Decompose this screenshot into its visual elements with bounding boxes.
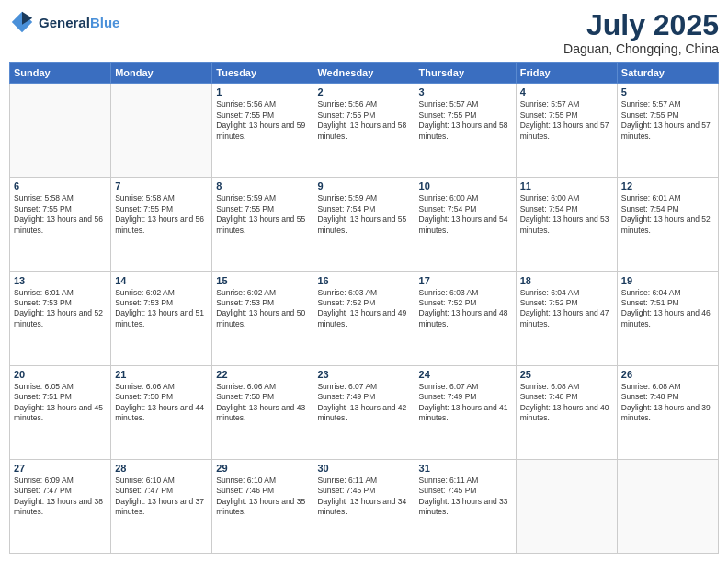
calendar-cell: 29Sunrise: 6:10 AMSunset: 7:46 PMDayligh… (212, 459, 313, 553)
day-number: 10 (419, 180, 512, 191)
cell-content: Sunrise: 6:04 AMSunset: 7:51 PMDaylight:… (621, 288, 714, 330)
day-number: 7 (115, 180, 208, 191)
calendar-cell (516, 459, 617, 553)
day-number: 14 (115, 275, 208, 286)
cell-content: Sunrise: 6:06 AMSunset: 7:50 PMDaylight:… (216, 382, 309, 424)
week-row-4: 20Sunrise: 6:05 AMSunset: 7:51 PMDayligh… (10, 365, 719, 459)
day-number: 31 (419, 463, 512, 474)
day-number: 27 (14, 463, 107, 474)
day-number: 4 (520, 86, 613, 98)
calendar-cell: 21Sunrise: 6:06 AMSunset: 7:50 PMDayligh… (111, 365, 212, 459)
calendar-cell: 20Sunrise: 6:05 AMSunset: 7:51 PMDayligh… (10, 365, 111, 459)
calendar-cell: 16Sunrise: 6:03 AMSunset: 7:52 PMDayligh… (313, 271, 415, 365)
cell-content: Sunrise: 6:00 AMSunset: 7:54 PMDaylight:… (419, 193, 512, 236)
page: GeneralBlue July 2025 Daguan, Chongqing,… (0, 0, 728, 563)
col-saturday: Saturday (617, 63, 718, 84)
day-number: 6 (14, 180, 107, 191)
day-number: 30 (317, 463, 410, 474)
day-number: 18 (520, 275, 613, 286)
day-number: 9 (317, 180, 410, 191)
week-row-2: 6Sunrise: 5:58 AMSunset: 7:55 PMDaylight… (10, 178, 719, 271)
cell-content: Sunrise: 6:07 AMSunset: 7:49 PMDaylight:… (419, 382, 512, 424)
cell-content: Sunrise: 6:08 AMSunset: 7:48 PMDaylight:… (621, 382, 714, 424)
calendar-cell: 27Sunrise: 6:09 AMSunset: 7:47 PMDayligh… (10, 459, 111, 553)
cell-content: Sunrise: 6:09 AMSunset: 7:47 PMDaylight:… (14, 476, 107, 518)
calendar-cell: 31Sunrise: 6:11 AMSunset: 7:45 PMDayligh… (415, 459, 516, 553)
day-number: 20 (14, 369, 107, 380)
cell-content: Sunrise: 5:58 AMSunset: 7:55 PMDaylight:… (115, 193, 208, 236)
col-friday: Friday (516, 63, 617, 84)
calendar-cell: 1Sunrise: 5:56 AMSunset: 7:55 PMDaylight… (212, 84, 313, 178)
calendar-cell: 9Sunrise: 5:59 AMSunset: 7:54 PMDaylight… (313, 178, 415, 271)
cell-content: Sunrise: 6:02 AMSunset: 7:53 PMDaylight:… (216, 288, 309, 330)
calendar-cell: 14Sunrise: 6:02 AMSunset: 7:53 PMDayligh… (111, 271, 212, 365)
title-block: July 2025 Daguan, Chongqing, China (563, 9, 719, 56)
cell-content: Sunrise: 5:59 AMSunset: 7:55 PMDaylight:… (216, 193, 309, 236)
calendar-cell: 12Sunrise: 6:01 AMSunset: 7:54 PMDayligh… (617, 178, 718, 271)
cell-content: Sunrise: 6:03 AMSunset: 7:52 PMDaylight:… (317, 288, 410, 330)
calendar-cell (617, 459, 718, 553)
day-number: 13 (14, 275, 107, 286)
calendar-cell: 2Sunrise: 5:56 AMSunset: 7:55 PMDaylight… (313, 84, 415, 178)
cell-content: Sunrise: 6:11 AMSunset: 7:45 PMDaylight:… (419, 476, 512, 518)
header: GeneralBlue July 2025 Daguan, Chongqing,… (9, 9, 719, 56)
cell-content: Sunrise: 5:57 AMSunset: 7:55 PMDaylight:… (520, 99, 613, 142)
day-number: 16 (317, 275, 410, 286)
cell-content: Sunrise: 6:06 AMSunset: 7:50 PMDaylight:… (115, 382, 208, 424)
cell-content: Sunrise: 5:57 AMSunset: 7:55 PMDaylight:… (419, 99, 512, 142)
calendar-cell: 19Sunrise: 6:04 AMSunset: 7:51 PMDayligh… (617, 271, 718, 365)
day-number: 21 (115, 369, 208, 380)
cell-content: Sunrise: 6:10 AMSunset: 7:47 PMDaylight:… (115, 476, 208, 518)
cell-content: Sunrise: 6:02 AMSunset: 7:53 PMDaylight:… (115, 288, 208, 330)
cell-content: Sunrise: 5:59 AMSunset: 7:54 PMDaylight:… (317, 193, 410, 236)
col-sunday: Sunday (10, 63, 111, 84)
calendar-cell: 7Sunrise: 5:58 AMSunset: 7:55 PMDaylight… (111, 178, 212, 271)
cell-content: Sunrise: 5:56 AMSunset: 7:55 PMDaylight:… (317, 99, 410, 142)
day-number: 11 (520, 180, 613, 191)
logo-icon (9, 9, 35, 35)
calendar-cell: 6Sunrise: 5:58 AMSunset: 7:55 PMDaylight… (10, 178, 111, 271)
day-number: 26 (621, 369, 714, 380)
cell-content: Sunrise: 6:00 AMSunset: 7:54 PMDaylight:… (520, 193, 613, 236)
col-monday: Monday (111, 63, 212, 84)
day-number: 15 (216, 275, 309, 286)
calendar-cell: 13Sunrise: 6:01 AMSunset: 7:53 PMDayligh… (10, 271, 111, 365)
calendar-header-row: Sunday Monday Tuesday Wednesday Thursday… (10, 63, 719, 84)
week-row-3: 13Sunrise: 6:01 AMSunset: 7:53 PMDayligh… (10, 271, 719, 365)
cell-content: Sunrise: 6:01 AMSunset: 7:54 PMDaylight:… (621, 193, 714, 236)
col-wednesday: Wednesday (313, 63, 415, 84)
day-number: 17 (419, 275, 512, 286)
cell-content: Sunrise: 6:03 AMSunset: 7:52 PMDaylight:… (419, 288, 512, 330)
day-number: 25 (520, 369, 613, 380)
calendar-cell: 28Sunrise: 6:10 AMSunset: 7:47 PMDayligh… (111, 459, 212, 553)
calendar-cell: 22Sunrise: 6:06 AMSunset: 7:50 PMDayligh… (212, 365, 313, 459)
month-year: July 2025 (563, 9, 719, 41)
day-number: 1 (216, 86, 309, 98)
calendar-cell: 23Sunrise: 6:07 AMSunset: 7:49 PMDayligh… (313, 365, 415, 459)
day-number: 5 (621, 86, 714, 98)
calendar-cell: 10Sunrise: 6:00 AMSunset: 7:54 PMDayligh… (415, 178, 516, 271)
day-number: 28 (115, 463, 208, 474)
calendar-cell: 8Sunrise: 5:59 AMSunset: 7:55 PMDaylight… (212, 178, 313, 271)
logo-text: GeneralBlue (39, 15, 119, 30)
cell-content: Sunrise: 6:04 AMSunset: 7:52 PMDaylight:… (520, 288, 613, 330)
day-number: 22 (216, 369, 309, 380)
day-number: 2 (317, 86, 410, 98)
calendar-cell (111, 84, 212, 178)
day-number: 23 (317, 369, 410, 380)
calendar-cell: 11Sunrise: 6:00 AMSunset: 7:54 PMDayligh… (516, 178, 617, 271)
calendar-cell: 17Sunrise: 6:03 AMSunset: 7:52 PMDayligh… (415, 271, 516, 365)
calendar-table: Sunday Monday Tuesday Wednesday Thursday… (9, 62, 719, 554)
calendar-cell: 15Sunrise: 6:02 AMSunset: 7:53 PMDayligh… (212, 271, 313, 365)
col-thursday: Thursday (415, 63, 516, 84)
cell-content: Sunrise: 5:58 AMSunset: 7:55 PMDaylight:… (14, 193, 107, 236)
week-row-1: 1Sunrise: 5:56 AMSunset: 7:55 PMDaylight… (10, 84, 719, 178)
logo: GeneralBlue (9, 9, 119, 35)
calendar-cell: 26Sunrise: 6:08 AMSunset: 7:48 PMDayligh… (617, 365, 718, 459)
calendar-cell: 3Sunrise: 5:57 AMSunset: 7:55 PMDaylight… (415, 84, 516, 178)
calendar-cell: 5Sunrise: 5:57 AMSunset: 7:55 PMDaylight… (617, 84, 718, 178)
cell-content: Sunrise: 6:05 AMSunset: 7:51 PMDaylight:… (14, 382, 107, 424)
day-number: 8 (216, 180, 309, 191)
calendar-cell (10, 84, 111, 178)
day-number: 24 (419, 369, 512, 380)
